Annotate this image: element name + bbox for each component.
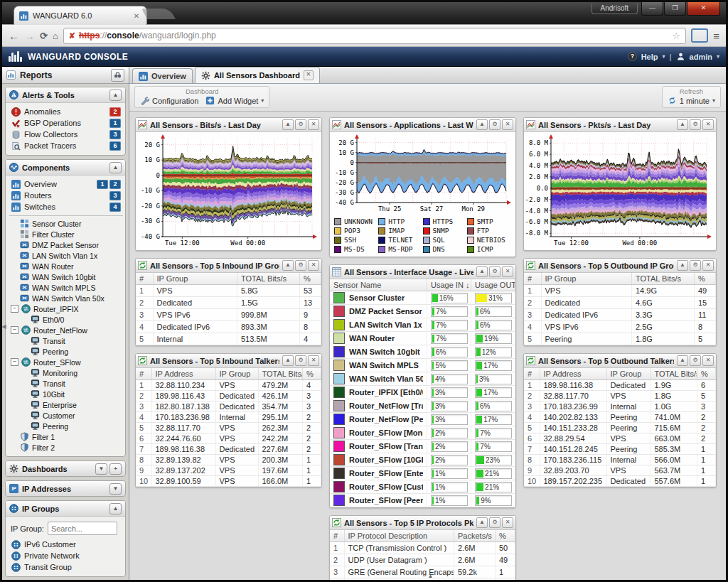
widget-settings-button[interactable]: ⚙: [489, 119, 500, 130]
ip-group-search-input[interactable]: [48, 522, 117, 535]
collapse-widget-button[interactable]: ▲: [282, 355, 294, 366]
column-header-ip-protocol-description[interactable]: IP Protocol Description: [344, 530, 454, 542]
close-widget-button[interactable]: ✕: [308, 355, 319, 366]
widget-header[interactable]: All Sensors - Pkts/s - Last Day ▲⚙✕: [524, 118, 716, 132]
minimize-button[interactable]: —: [641, 2, 663, 16]
column-header-usage-in[interactable]: Usage IN ↓: [427, 279, 471, 291]
user-menu[interactable]: admin: [690, 53, 712, 61]
panel-dashboards-header[interactable]: Dashboards ▼+: [6, 461, 125, 476]
help-menu[interactable]: Help: [641, 53, 658, 61]
tree-item-10gbit[interactable]: 10Gbit: [9, 389, 123, 399]
column-header-ip-group[interactable]: IP Group: [215, 368, 258, 380]
collapse-widget-button[interactable]: ▲: [476, 517, 488, 528]
ip-group-item-private-network[interactable]: Private Network: [9, 550, 123, 561]
maximize-button[interactable]: ❐: [664, 2, 686, 16]
collapse-widget-button[interactable]: ▲: [282, 119, 294, 130]
close-widget-button[interactable]: ✕: [702, 355, 714, 366]
url-bar[interactable]: ✘ https://console/wanguard/login.php ☆: [63, 28, 686, 44]
collapse-panel-button[interactable]: ▲: [109, 503, 122, 514]
ip-group-item-transit-group[interactable]: Transit Group: [9, 561, 123, 573]
column-header-[interactable]: %: [303, 368, 321, 380]
security-warning-icon[interactable]: ✘: [69, 31, 75, 41]
widget-settings-button[interactable]: ⚙: [489, 517, 500, 528]
panel-components-header[interactable]: Components ▲: [6, 160, 125, 176]
browser-menu-icon[interactable]: ≡: [713, 30, 719, 42]
close-widget-button[interactable]: ✕: [308, 260, 319, 271]
panel-alerts-header[interactable]: Alerts & Tools ▲: [6, 87, 125, 103]
tree-item-transit[interactable]: Transit: [9, 335, 123, 346]
find-button[interactable]: [111, 69, 124, 82]
sidebar-item-switches[interactable]: Switches4: [9, 201, 123, 212]
back-button[interactable]: ←: [9, 31, 19, 41]
tree-item-wan-router[interactable]: WAN Router: [9, 261, 123, 271]
collapse-widget-button[interactable]: ▲: [677, 119, 688, 130]
tab-close-icon[interactable]: ✕: [304, 70, 314, 80]
widget-settings-button[interactable]: ⚙: [295, 355, 306, 366]
column-header-[interactable]: %: [697, 368, 716, 380]
close-widget-button[interactable]: ✕: [502, 119, 513, 130]
sidebar-item-flow-collectors[interactable]: Flow Collectors3: [9, 129, 123, 140]
column-header-total-bits-s[interactable]: TOTAL Bits/s: [651, 368, 697, 380]
sidebar-item-routers[interactable]: Routers3: [9, 190, 123, 201]
widget-settings-button[interactable]: ⚙: [690, 260, 701, 271]
tree-item-router-sflow[interactable]: −Router_SFlow: [9, 357, 123, 367]
sidebar-item-overview[interactable]: Overview12: [9, 178, 123, 190]
scroll-top-indicator[interactable]: ▲: [428, 573, 434, 579]
tree-item-transit[interactable]: Transit: [9, 378, 123, 389]
add-dashboard-button[interactable]: +: [109, 463, 122, 475]
new-tab-button[interactable]: [141, 9, 176, 19]
tree-item-enterprise[interactable]: Enterprise: [9, 399, 123, 410]
tree-item-wan-switch-vlan-50x[interactable]: WAN Switch Vlan 50x: [9, 293, 123, 303]
tree-item-filter-2[interactable]: Filter 2: [9, 442, 123, 453]
browser-tab[interactable]: WANGUARD 6.0 ✕: [14, 6, 147, 25]
collapse-panel-button[interactable]: ▲: [109, 90, 122, 101]
collapse-panel-button[interactable]: ▲: [109, 162, 122, 173]
collapse-widget-button[interactable]: ▲: [282, 260, 294, 271]
tab-all-sensors-dashboard[interactable]: All Sensors Dashboard ✕: [195, 67, 320, 83]
column-header-[interactable]: %: [300, 273, 321, 285]
column-header-total-bits-s[interactable]: TOTAL Bits/s: [258, 368, 303, 380]
close-widget-button[interactable]: ✕: [308, 119, 319, 130]
widget-settings-button[interactable]: ⚙: [690, 355, 701, 366]
fullscreen-button[interactable]: [691, 28, 708, 43]
tree-item-sensor-cluster[interactable]: Sensor Cluster: [9, 218, 123, 229]
expand-panel-button[interactable]: ▼: [109, 483, 122, 495]
widget-header[interactable]: All Sensors - Bits/s - Last Day ▲⚙✕: [136, 118, 321, 132]
close-button[interactable]: ✕: [687, 2, 720, 16]
widget-header[interactable]: All Sensors - Top 5 Inbound IP Groups - …: [136, 259, 321, 273]
column-header-sensor-name[interactable]: Sensor Name: [330, 279, 427, 291]
configuration-button[interactable]: Configuration: [140, 96, 198, 105]
panel-ip-groups-header[interactable]: IP Groups ▲: [6, 501, 125, 517]
column-header-[interactable]: #: [136, 273, 153, 285]
column-header-total-bits-s[interactable]: TOTAL Bits/s: [237, 273, 300, 285]
tree-item-filter-cluster[interactable]: Filter Cluster: [9, 229, 123, 239]
widget-header[interactable]: All Sensors - Top 5 IP Protocols Pkts/s …: [330, 516, 515, 530]
tab-overview[interactable]: Overview: [132, 68, 193, 83]
column-header-[interactable]: #: [136, 368, 151, 380]
refresh-interval-select[interactable]: 1 minute ▾: [668, 96, 715, 105]
widget-header[interactable]: All Sensors - Applications - Last Week ▲…: [330, 118, 515, 132]
close-widget-button[interactable]: ✕: [702, 119, 714, 130]
widget-header[interactable]: All Sensors - Top 5 Outbound IP Groups -…: [524, 259, 716, 273]
tree-item-monitoring[interactable]: Monitoring: [9, 367, 123, 378]
tree-item-router-ipfix[interactable]: −Router_IPFIX: [9, 303, 123, 314]
collapse-widget-button[interactable]: ▲: [476, 266, 488, 277]
sidebar-item-anomalies[interactable]: Anomalies2: [9, 106, 123, 117]
tree-item-eth0-0[interactable]: Eth0/0: [9, 314, 123, 325]
widget-settings-button[interactable]: ⚙: [489, 266, 500, 277]
tree-item-wan-switch-mpls[interactable]: WAN Switch MPLS: [9, 282, 123, 293]
close-widget-button[interactable]: ✕: [502, 266, 513, 277]
sidebar-collapse-handle[interactable]: ◀: [1, 317, 6, 335]
tree-item-wan-switch-10gbit[interactable]: WAN Switch 10gbit: [9, 271, 123, 282]
sidebar-item-packet-tracers[interactable]: Packet Tracers6: [9, 140, 123, 151]
column-header-packets-s[interactable]: Packets/s: [454, 530, 496, 542]
column-header-[interactable]: #: [330, 530, 344, 542]
column-header-ip-group[interactable]: IP Group: [541, 273, 632, 285]
widget-settings-button[interactable]: ⚙: [295, 260, 306, 271]
tree-expander[interactable]: −: [11, 358, 18, 366]
column-header-ip-address[interactable]: IP Address: [151, 368, 215, 380]
widget-settings-button[interactable]: ⚙: [295, 119, 306, 130]
tree-item-router-netflow[interactable]: −Router_NetFlow: [9, 325, 123, 335]
column-header-[interactable]: #: [524, 273, 541, 285]
sidebar-item-bgp-operations[interactable]: BGP Operations1: [9, 117, 123, 129]
